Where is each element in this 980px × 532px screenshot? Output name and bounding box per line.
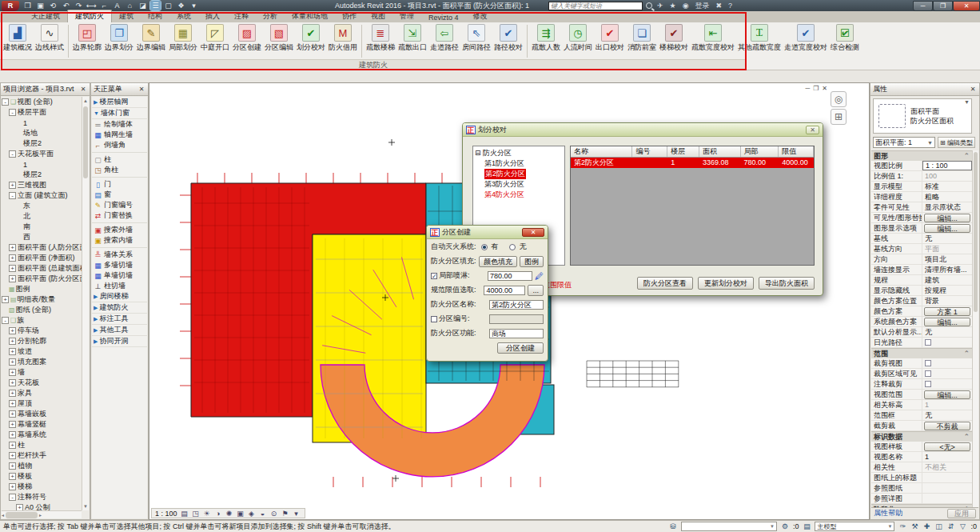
property-value[interactable]: 建筑	[922, 275, 972, 285]
sun-path-icon[interactable]: ☀	[202, 510, 212, 518]
main-model-icon[interactable]: ▤	[802, 522, 811, 530]
workset-selector[interactable]: ▼	[681, 522, 777, 531]
limit-browse-button[interactable]: ...	[528, 285, 544, 296]
checkbox-icon[interactable]	[925, 370, 931, 377]
ribbon-button-路径校对[interactable]: ✔路径校对	[492, 23, 524, 54]
filter-icon[interactable]: ▽	[958, 522, 967, 530]
menu-item-搜索外墙[interactable]: ▣搜索外墙	[92, 225, 147, 235]
tree-item[interactable]: +幕墙系统	[2, 430, 82, 440]
close-icon[interactable]: ✕	[969, 86, 977, 93]
collapse-icon[interactable]: ⌃	[963, 151, 970, 161]
tree-expander-icon[interactable]: -	[9, 494, 16, 501]
tree-item[interactable]: ▧图纸 (全部)	[2, 305, 82, 315]
tree-item[interactable]: +填充图案	[2, 357, 82, 367]
tree-item[interactable]: 西	[2, 232, 82, 242]
table-header-局部[interactable]: 局部	[741, 146, 779, 157]
tree-item[interactable]: +幕墙竖梃	[2, 419, 82, 430]
property-value-button[interactable]: 不剪裁	[922, 421, 972, 430]
button-更新划分校对[interactable]: 更新划分校对	[698, 277, 754, 290]
tree-item[interactable]: -楼层平面	[2, 107, 82, 118]
tree-expander-icon[interactable]: -	[9, 192, 16, 199]
tree-item[interactable]: +坡道	[2, 346, 82, 357]
ribbon-button-中庭开口[interactable]: ◸中庭开口	[199, 23, 231, 54]
ribbon-button-边界编辑[interactable]: ✎边界编辑	[135, 23, 167, 54]
table-header-限值[interactable]: 限值	[779, 146, 814, 157]
section-icon[interactable]: ◪	[137, 1, 148, 10]
browser-vertical-scrollbar[interactable]: ▲▼	[82, 97, 89, 510]
tree-item[interactable]: +栏杆扶手	[2, 450, 82, 461]
tree-item[interactable]: +墙	[2, 367, 82, 378]
main-model-selector[interactable]: 主模型▼	[815, 522, 894, 531]
menu-item-搜索内墙[interactable]: ▣搜索内墙	[92, 235, 147, 246]
tree-expander-icon[interactable]: +	[9, 410, 16, 418]
fire-zone-tree-item[interactable]: 第4防火分区	[475, 190, 563, 200]
property-value-button[interactable]: 编辑...	[922, 317, 972, 326]
property-checkbox[interactable]	[922, 379, 972, 389]
table-header-编号[interactable]: 编号	[632, 146, 667, 157]
ribbon-button-疏散出口[interactable]: ⇲疏散出口	[396, 23, 428, 54]
tab-视图[interactable]: 视图	[364, 10, 392, 22]
open-icon[interactable]: ❒	[22, 1, 33, 10]
tree-expander-icon[interactable]: +	[9, 473, 16, 480]
view-minimize-icon[interactable]: ─	[805, 85, 810, 92]
table-row[interactable]: 第2防火分区13369.08780.004000.00	[571, 158, 814, 168]
property-value[interactable]: 清理所有墙...	[922, 265, 972, 274]
property-group-标识数据[interactable]: 标识数据⌃	[871, 431, 972, 442]
menu-section-建筑防火[interactable]: ▶建筑防火	[92, 302, 147, 314]
tab-结构[interactable]: 结构	[141, 10, 169, 22]
favorites-icon[interactable]: ★	[670, 2, 676, 10]
menu-section-标注工具[interactable]: ▶标注工具	[92, 314, 147, 325]
zone-create-titlebar[interactable]: 正 分区创建 ✕	[427, 226, 548, 239]
color-fill-button[interactable]: 颜色填充	[479, 256, 517, 267]
tree-expander-icon[interactable]: +	[9, 431, 16, 438]
zone-number-checkbox[interactable]	[431, 316, 437, 322]
ribbon-button-划分校对[interactable]: ✔划分校对	[295, 23, 327, 54]
tab-协作[interactable]: 协作	[335, 10, 364, 22]
menu-section-楼层轴网[interactable]: ▶楼层轴网	[92, 97, 147, 108]
division-check-titlebar[interactable]: 正 划分校对 ✕	[463, 123, 823, 137]
ribbon-button-边界轮廓[interactable]: ◰边界轮廓	[71, 23, 103, 54]
property-value[interactable]: 粗略	[922, 192, 972, 202]
property-value[interactable]: 显示原状态	[922, 202, 972, 212]
tree-item[interactable]: 东	[2, 201, 82, 211]
close-button[interactable]: ✕	[953, 1, 980, 11]
tree-expander-icon[interactable]: +	[9, 442, 16, 449]
collapse-icon[interactable]: ⌃	[963, 432, 970, 442]
tree-item[interactable]: 楼层2	[2, 138, 82, 149]
tree-item[interactable]: -天花板平面	[2, 149, 82, 159]
ribbon-button-其他疏散宽度[interactable]: Ɪ其他疏散宽度	[736, 23, 783, 54]
tree-item[interactable]: +面积平面 (净面积)	[2, 253, 82, 263]
property-value[interactable]: 按规程	[922, 286, 972, 295]
reveal-hidden-icon[interactable]: ⊙	[269, 510, 279, 518]
tree-item[interactable]: +天花板	[2, 378, 82, 388]
checkbox-icon[interactable]	[925, 381, 931, 387]
tab-修改[interactable]: 修改	[466, 10, 495, 22]
steering-wheel-icon[interactable]: ◎	[831, 91, 847, 107]
tree-item[interactable]: +楼板	[2, 471, 82, 482]
fire-zone-tree-item[interactable]: 第2防火分区	[475, 169, 563, 179]
zone-number-input[interactable]	[489, 314, 544, 324]
constraints-icon[interactable]: ▾	[292, 510, 301, 518]
property-value[interactable]: 1	[922, 452, 972, 462]
tree-expander-icon[interactable]: +	[9, 400, 16, 407]
collapse-icon[interactable]: ⌃	[963, 349, 970, 358]
menu-item-角柱[interactable]: ◳角柱	[92, 165, 147, 175]
property-value[interactable]: 背景	[922, 296, 972, 306]
property-group-图形[interactable]: 图形⌃	[871, 150, 972, 161]
tree-item[interactable]: 南	[2, 222, 82, 232]
ribbon-button-疏散楼梯[interactable]: ≣疏散楼梯	[365, 23, 396, 54]
tree-item[interactable]: +植物	[2, 461, 82, 471]
tree-expander-icon[interactable]: +	[9, 390, 16, 397]
tree-expander-icon[interactable]: +	[9, 358, 16, 366]
tree-expander-icon[interactable]: +	[9, 338, 16, 345]
tree-expander-icon[interactable]: +	[9, 244, 16, 251]
communication-icon[interactable]: ✈	[657, 2, 663, 10]
pin-icon[interactable]: ✚	[922, 522, 931, 530]
design-options-icon[interactable]: ⚙	[780, 522, 790, 530]
tree-item[interactable]: +▤明细表/数量	[2, 294, 82, 305]
view-close-icon[interactable]: ✕	[822, 85, 827, 92]
visual-style-icon[interactable]: ◳	[191, 510, 201, 518]
zone-name-input[interactable]: 第2防火分区	[489, 300, 544, 310]
ribbon-button-边界划分[interactable]: ❐边界划分	[103, 23, 135, 54]
property-value[interactable]: 无	[922, 410, 972, 420]
